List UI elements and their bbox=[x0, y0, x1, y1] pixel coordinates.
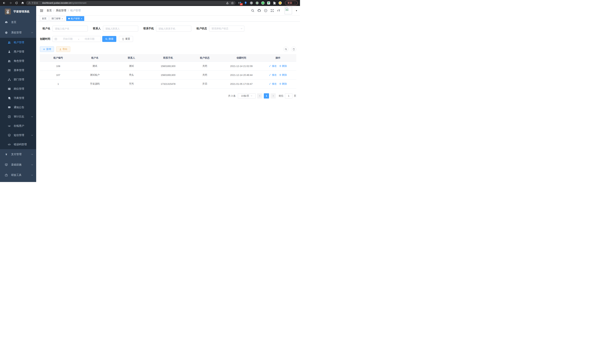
tenant-name-input[interactable] bbox=[53, 26, 88, 32]
sidebar-item-用户管理[interactable]: 用户管理 bbox=[0, 47, 36, 56]
sidebar-item-首页[interactable]: 首页 bbox=[0, 17, 36, 28]
sidebar-item-角色管理[interactable]: 角色管理 bbox=[0, 56, 36, 66]
security-chip[interactable]: 不安全 bbox=[28, 1, 38, 5]
sidebar-item-label: 菜单管理 bbox=[14, 69, 33, 72]
sidebar-item-系统管理[interactable]: 系统管理 bbox=[0, 28, 36, 38]
sidebar-item-租户管理[interactable]: 租户管理 bbox=[0, 38, 36, 47]
prev-page-button[interactable] bbox=[257, 93, 262, 99]
goto-page-input[interactable] bbox=[285, 93, 292, 99]
sidebar-item-label: 系统管理 bbox=[11, 31, 31, 34]
sidebar-item-字典管理[interactable]: 字典管理 bbox=[0, 93, 36, 103]
sidebar-item-支付管理[interactable]: ¥支付管理 bbox=[0, 149, 36, 159]
breadcrumb-separator: / bbox=[53, 9, 54, 12]
help-icon[interactable]: ? bbox=[264, 9, 267, 12]
chevron-up-icon bbox=[31, 32, 33, 34]
extension-area: 10 ⌘ Y bbox=[238, 0, 282, 6]
browser-back-icon[interactable] bbox=[2, 0, 7, 5]
map-pin-extension-icon[interactable] bbox=[244, 1, 247, 5]
sidebar-item-label: 角色管理 bbox=[14, 59, 33, 63]
avatar-caret-icon[interactable]: ▼ bbox=[296, 10, 297, 12]
warning-icon bbox=[28, 1, 31, 4]
date-range-picker[interactable]: 开始日期 - 结束日期 bbox=[53, 36, 101, 42]
sidebar-item-label: 岗位管理 bbox=[14, 87, 33, 91]
command-extension-icon[interactable]: ⌘ bbox=[250, 1, 253, 5]
browser-reload-icon[interactable] bbox=[14, 0, 19, 5]
search-button[interactable]: 搜索 bbox=[102, 36, 116, 42]
browser-forward-icon[interactable] bbox=[8, 0, 13, 5]
font-size-icon[interactable]: TT bbox=[277, 9, 280, 12]
page-number-button[interactable]: 1 bbox=[264, 93, 269, 99]
phone-input[interactable] bbox=[156, 26, 191, 32]
close-icon[interactable]: × bbox=[62, 18, 63, 20]
circle-extension-icon[interactable] bbox=[255, 1, 259, 5]
top-navbar: 首页/系统管理/租户管理 ? TT ▼ bbox=[36, 6, 300, 15]
tab-租户管理[interactable]: 租户管理× bbox=[66, 16, 84, 21]
sidebar-item-label: 基础设施 bbox=[11, 163, 31, 166]
close-icon[interactable]: × bbox=[81, 18, 82, 20]
sidebar-item-通知公告[interactable]: 通知公告 bbox=[0, 103, 36, 112]
cell-name: 测试 bbox=[76, 62, 113, 71]
column-header-租户状态: 租户状态 bbox=[187, 54, 223, 62]
edit-link[interactable]: 修改 bbox=[269, 82, 277, 85]
tab-部门管理[interactable]: 部门管理× bbox=[49, 16, 65, 21]
extension-grid-icon[interactable]: 10 bbox=[238, 1, 242, 5]
tab-首页[interactable]: 首页 bbox=[40, 16, 48, 21]
address-bar[interactable]: 不安全 dashboard.yudao.iocoder.cn/system/te… bbox=[26, 1, 236, 5]
reset-button[interactable]: 重置 bbox=[119, 36, 133, 42]
sidebar-item-基础设施[interactable]: 基础设施 bbox=[0, 159, 36, 170]
sidebar-item-岗位管理[interactable]: 岗位管理 bbox=[0, 84, 36, 93]
cell-contact: 测试 bbox=[113, 62, 150, 71]
puzzle-extensions-icon[interactable] bbox=[272, 1, 276, 5]
add-button[interactable]: 新增 bbox=[40, 46, 54, 52]
sidebar-item-label: 短信管理 bbox=[14, 134, 31, 137]
sidebar-item-研发工具[interactable]: 研发工具 bbox=[0, 170, 36, 180]
user-avatar[interactable] bbox=[285, 7, 292, 14]
sidebar-logo[interactable]: 🐰 芋道管理系统 bbox=[0, 6, 36, 17]
share-icon[interactable] bbox=[226, 2, 229, 4]
svg-text:?: ? bbox=[265, 10, 266, 12]
plus-icon bbox=[43, 48, 45, 50]
profile-avatar-icon[interactable] bbox=[278, 1, 282, 5]
status-select[interactable]: 请选择租户状态 bbox=[209, 26, 244, 32]
export-button[interactable]: 导出 bbox=[56, 46, 70, 52]
sidebar-submenu: 租户管理用户管理角色管理菜单管理部门管理岗位管理字典管理通知公告审计日志在线用户… bbox=[0, 38, 36, 149]
browser-home-icon[interactable] bbox=[20, 0, 25, 5]
cell-created: 2021-12-14 21:02:09 bbox=[223, 62, 260, 71]
y-logo-extension-icon[interactable]: Y bbox=[261, 1, 265, 5]
sidebar-item-label: 用户管理 bbox=[14, 50, 33, 53]
breadcrumb-item[interactable]: 首页 bbox=[47, 9, 52, 12]
edit-link[interactable]: 修改 bbox=[269, 73, 277, 77]
edit-link[interactable]: 修改 bbox=[269, 64, 277, 68]
browser-update-button[interactable]: 更新 ⋮ bbox=[285, 1, 298, 5]
infrastructure-icon bbox=[5, 163, 8, 166]
delete-link[interactable]: 删除 bbox=[279, 64, 287, 68]
sidebar-item-在线用户[interactable]: 在线用户 bbox=[0, 121, 36, 131]
sidebar: 🐰 芋道管理系统 首页系统管理租户管理用户管理角色管理菜单管理部门管理岗位管理字… bbox=[0, 6, 36, 182]
page-size-select[interactable]: 10条/页 bbox=[238, 93, 256, 99]
sidebar-item-错误码管理[interactable]: 错误码管理 bbox=[0, 140, 36, 149]
sidebar-fold-icon[interactable] bbox=[40, 9, 43, 12]
contact-label: 联系人 bbox=[93, 27, 101, 30]
toggle-search-button[interactable] bbox=[283, 47, 289, 52]
contact-input[interactable] bbox=[103, 26, 138, 32]
sidebar-item-部门管理[interactable]: 部门管理 bbox=[0, 75, 36, 84]
browser-menu-icon[interactable]: ⋮ bbox=[294, 2, 296, 4]
delete-link[interactable]: 删除 bbox=[279, 73, 287, 77]
page-content: 租户名 联系人 联系手机 租户状态 请选择租户状态 bbox=[36, 21, 300, 182]
refresh-table-button[interactable] bbox=[291, 47, 296, 52]
page-unit-label: 页 bbox=[294, 94, 296, 98]
sidebar-item-label: 在线用户 bbox=[14, 124, 33, 128]
sidebar-item-label: 字典管理 bbox=[14, 96, 33, 100]
github-icon[interactable] bbox=[258, 9, 261, 12]
sidebar-item-短信管理[interactable]: 短信管理 bbox=[0, 131, 36, 140]
fullscreen-icon[interactable] bbox=[271, 9, 274, 12]
delete-link[interactable]: 删除 bbox=[279, 82, 287, 85]
sidebar-item-菜单管理[interactable]: 菜单管理 bbox=[0, 66, 36, 75]
bookmark-star-icon[interactable] bbox=[231, 2, 234, 4]
cell-created: 2021-01-05 17:03:47 bbox=[223, 79, 260, 88]
next-page-button[interactable] bbox=[271, 93, 276, 99]
sidebar-item-审计日志[interactable]: 审计日志 bbox=[0, 112, 36, 121]
search-icon[interactable] bbox=[251, 9, 254, 12]
breadcrumb-item[interactable]: 系统管理 bbox=[56, 9, 66, 12]
chat-extension-icon[interactable] bbox=[267, 1, 271, 5]
